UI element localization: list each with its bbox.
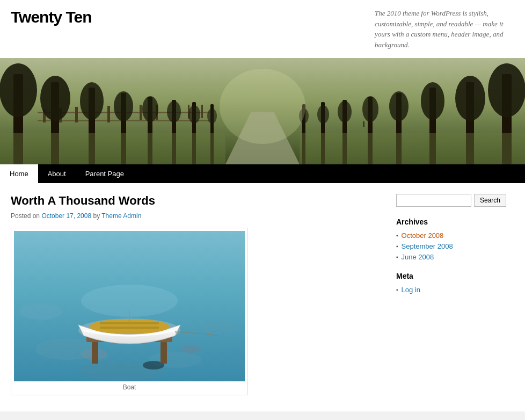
svg-point-39 — [389, 91, 409, 121]
archives-title: Archives — [396, 218, 514, 226]
nav-link-home[interactable]: Home — [0, 164, 38, 183]
search-button[interactable]: Search — [474, 194, 506, 207]
post-title: Worth A Thousand Words — [11, 194, 380, 208]
post-meta: Posted on October 17, 2008 by Theme Admi… — [11, 212, 380, 220]
sidebar-search-form: Search — [396, 194, 514, 207]
svg-point-43 — [338, 101, 352, 122]
site-description: The 2010 theme for WordPress is stylish,… — [375, 8, 514, 50]
meta-item-login: Log in — [396, 286, 514, 294]
svg-rect-49 — [363, 121, 364, 127]
post-figure: Boat — [11, 228, 248, 395]
nav-item-about[interactable]: About — [38, 164, 76, 183]
svg-rect-9 — [107, 106, 110, 122]
svg-point-60 — [181, 345, 201, 353]
archives-section: Archives October 2008 September 2008 Jun… — [396, 218, 514, 261]
meta-link-login[interactable]: Log in — [402, 286, 420, 294]
site-title: Twenty Ten — [11, 8, 92, 26]
nav-link-about[interactable]: About — [38, 164, 76, 183]
post-meta-prefix: Posted on — [11, 212, 40, 220]
svg-point-31 — [207, 108, 217, 124]
svg-point-37 — [421, 82, 444, 120]
archives-list: October 2008 September 2008 June 2008 — [396, 231, 514, 261]
svg-point-25 — [142, 96, 158, 122]
svg-point-35 — [455, 76, 485, 121]
sidebar: Search Archives October 2008 September 2… — [396, 194, 514, 401]
svg-point-41 — [362, 96, 378, 122]
svg-point-23 — [114, 91, 133, 121]
archive-item-june: June 2008 — [396, 253, 514, 261]
nav-link-parent-page[interactable]: Parent Page — [76, 164, 134, 183]
svg-point-21 — [80, 82, 104, 120]
archive-link-september[interactable]: September 2008 — [402, 242, 453, 250]
post-by: by — [93, 212, 100, 220]
svg-rect-68 — [100, 327, 159, 329]
hero-image — [0, 58, 525, 164]
svg-rect-11 — [140, 105, 142, 120]
post-image — [14, 231, 245, 381]
meta-title: Meta — [396, 272, 514, 280]
svg-rect-15 — [201, 105, 203, 118]
svg-point-17 — [0, 63, 37, 117]
archive-link-october[interactable]: October 2008 — [402, 231, 444, 240]
post-date-link[interactable]: October 17, 2008 — [41, 212, 91, 220]
archive-item-october: October 2008 — [396, 231, 514, 240]
svg-point-29 — [188, 105, 200, 124]
svg-point-48 — [220, 69, 305, 144]
svg-point-27 — [167, 101, 181, 122]
archive-link-june[interactable]: June 2008 — [402, 253, 434, 261]
nav-item-parent-page[interactable]: Parent Page — [76, 164, 134, 183]
post-author-link[interactable]: Theme Admin — [101, 212, 141, 220]
meta-section: Meta Log in — [396, 272, 514, 294]
svg-rect-63 — [92, 342, 98, 364]
svg-rect-7 — [75, 107, 78, 122]
svg-rect-50 — [0, 133, 225, 164]
nav-item-home[interactable]: Home — [0, 164, 38, 183]
svg-point-57 — [199, 321, 237, 334]
navigation: Home About Parent Page — [0, 164, 525, 183]
svg-point-19 — [40, 76, 70, 121]
svg-point-56 — [19, 303, 62, 320]
svg-rect-64 — [161, 342, 167, 364]
search-input[interactable] — [396, 194, 471, 207]
post-image-caption: Boat — [14, 381, 245, 392]
svg-point-33 — [488, 63, 525, 117]
meta-list: Log in — [396, 286, 514, 294]
svg-point-45 — [317, 105, 329, 124]
svg-rect-51 — [300, 133, 525, 164]
archive-item-september: September 2008 — [396, 242, 514, 250]
